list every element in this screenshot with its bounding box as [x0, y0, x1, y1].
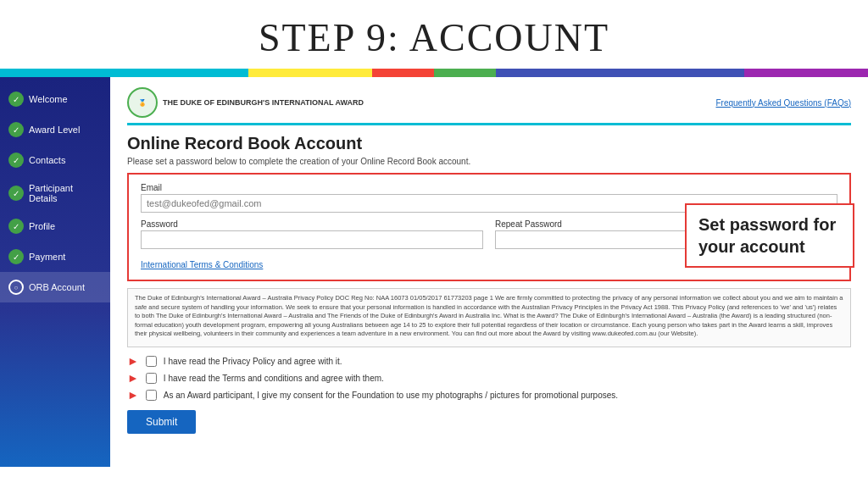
page-title: STEP 9: ACCOUNT	[0, 0, 868, 69]
color-bar	[0, 69, 868, 77]
check-icon-profile: ✓	[8, 219, 24, 234]
sidebar-item-contacts[interactable]: ✓ Contacts	[0, 145, 110, 175]
annotation-text: Set password for your account	[698, 215, 836, 256]
sidebar-item-welcome[interactable]: ✓ Welcome	[0, 84, 110, 114]
checkbox-photos[interactable]	[146, 390, 157, 401]
arrow-icon-2: ►	[127, 371, 139, 385]
sidebar-label-welcome: Welcome	[29, 94, 68, 104]
orb-icon: ○	[8, 280, 24, 295]
check-icon-payment: ✓	[8, 249, 24, 264]
color-seg-1	[0, 69, 248, 77]
check-icon-award-level: ✓	[8, 122, 24, 137]
password-label: Password	[141, 219, 483, 229]
privacy-text: The Duke of Edinburgh's International Aw…	[135, 294, 843, 337]
content-header: 🏅 THE DUKE OF EDINBURGH'S INTERNATIONAL …	[127, 87, 851, 125]
content-area: 🏅 THE DUKE OF EDINBURGH'S INTERNATIONAL …	[110, 77, 868, 467]
logo-text: THE DUKE OF EDINBURGH'S INTERNATIONAL AW…	[163, 98, 364, 108]
checkbox-row-1: ► I have read the Privacy Policy and agr…	[127, 354, 851, 368]
sidebar-label-contacts: Contacts	[29, 155, 65, 165]
color-seg-5	[496, 69, 744, 77]
sidebar-label-orb: ORB Account	[29, 282, 85, 292]
color-seg-4	[434, 69, 496, 77]
terms-link[interactable]: International Terms & Conditions	[141, 260, 263, 269]
faq-link[interactable]: Frequently Asked Questions (FAQs)	[715, 98, 851, 108]
sidebar-label-award-level: Award Level	[29, 125, 80, 135]
color-seg-2	[248, 69, 372, 77]
password-input[interactable]	[141, 230, 483, 249]
logo-area: 🏅 THE DUKE OF EDINBURGH'S INTERNATIONAL …	[127, 87, 364, 118]
submit-button[interactable]: Submit	[127, 410, 196, 434]
sidebar-item-profile[interactable]: ✓ Profile	[0, 211, 110, 241]
checkbox-privacy-label: I have read the Privacy Policy and agree…	[164, 357, 342, 366]
privacy-text-box: The Duke of Edinburgh's International Aw…	[127, 288, 851, 347]
sidebar-label-payment: Payment	[29, 252, 65, 262]
sidebar-label-profile: Profile	[29, 221, 55, 231]
checkboxes-container: ► I have read the Privacy Policy and agr…	[127, 354, 851, 402]
arrow-icon-3: ►	[127, 388, 139, 402]
checkbox-row-2: ► I have read the Terms and conditions a…	[127, 371, 851, 385]
color-seg-3	[372, 69, 434, 77]
sidebar-label-participant: Participant Details	[29, 183, 102, 203]
password-field: Password	[141, 219, 483, 249]
checkbox-terms[interactable]	[146, 373, 157, 384]
sidebar-item-payment[interactable]: ✓ Payment	[0, 241, 110, 272]
email-label: Email	[141, 183, 837, 192]
check-icon-welcome: ✓	[8, 92, 24, 107]
annotation-box: Set password for your account	[685, 203, 854, 268]
main-layout: ✓ Welcome ✓ Award Level ✓ Contacts ✓ Par…	[0, 77, 868, 467]
form-subtitle: Please set a password below to complete …	[127, 157, 851, 166]
check-icon-participant: ✓	[8, 186, 24, 201]
check-icon-contacts: ✓	[8, 152, 24, 168]
arrow-icon-1: ►	[127, 354, 139, 368]
form-title: Online Record Book Account	[127, 134, 851, 153]
checkbox-row-3: ► As an Award participant, I give my con…	[127, 388, 851, 402]
sidebar-item-orb-account[interactable]: ○ ORB Account	[0, 272, 110, 302]
checkbox-photos-label: As an Award participant, I give my conse…	[164, 391, 618, 400]
checkbox-terms-label: I have read the Terms and conditions and…	[164, 374, 384, 383]
sidebar: ✓ Welcome ✓ Award Level ✓ Contacts ✓ Par…	[0, 77, 110, 467]
checkbox-privacy[interactable]	[146, 356, 157, 367]
sidebar-item-award-level[interactable]: ✓ Award Level	[0, 114, 110, 145]
color-seg-6	[744, 69, 868, 77]
sidebar-item-participant-details[interactable]: ✓ Participant Details	[0, 175, 110, 211]
logo-circle: 🏅	[127, 87, 158, 118]
